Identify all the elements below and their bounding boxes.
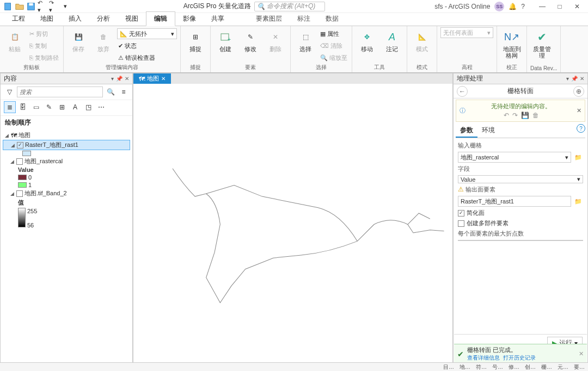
quality-button[interactable]: ✔质量管理	[530, 27, 553, 59]
back-button[interactable]: ←	[457, 86, 468, 97]
layer-checkbox[interactable]	[17, 142, 23, 149]
copypath-button[interactable]: ⎘复制路径	[28, 52, 60, 63]
username[interactable]: sfs - ArcGIS Online	[434, 3, 490, 10]
layer-checkbox[interactable]	[16, 190, 23, 197]
map-tab[interactable]: 🗺地图✕	[133, 73, 171, 84]
notifications-icon[interactable]: 🔔	[509, 3, 517, 10]
tab-map[interactable]: 地图	[33, 12, 61, 26]
add-button[interactable]: ⊕	[573, 86, 584, 97]
panel-menu-icon[interactable]: ▾	[111, 76, 114, 82]
close-icon[interactable]: ✕	[125, 76, 129, 82]
contents-menu-icon[interactable]: ≡	[118, 86, 129, 97]
expand-icon[interactable]: ◢	[9, 159, 15, 164]
status-item[interactable]: 要…	[574, 363, 585, 371]
multipart-checkbox-row[interactable]: 创建多部件要素	[458, 219, 583, 227]
minimize-button[interactable]: —	[535, 1, 550, 12]
pin-icon[interactable]: 📌	[116, 76, 122, 82]
copy-button[interactable]: ⎘复制	[28, 40, 60, 51]
close-tab-icon[interactable]: ✕	[161, 76, 166, 82]
list-drawing-order-icon[interactable]: ≣	[4, 101, 16, 113]
filter-icon[interactable]: ▽	[4, 86, 15, 97]
browse-icon[interactable]: 📁	[573, 152, 583, 162]
tab-insert[interactable]: 插入	[61, 12, 89, 26]
save-edits-button[interactable]: 💾保存	[67, 27, 90, 52]
status-item[interactable]: 目…	[443, 363, 454, 371]
attributes-button[interactable]: ▦属性	[319, 28, 348, 39]
simplify-checkbox-row[interactable]: 简化面	[458, 209, 583, 217]
multipart-checkbox[interactable]	[458, 220, 464, 227]
tab-labeling[interactable]: 标注	[290, 12, 318, 26]
tab-share[interactable]: 共享	[204, 12, 232, 26]
qat-dropdown-icon[interactable]: ▾	[60, 2, 70, 11]
redo-icon[interactable]: ↷	[512, 112, 518, 119]
list-more-icon[interactable]: ⋯	[95, 101, 107, 113]
status-item[interactable]: 号…	[492, 363, 503, 371]
help-icon[interactable]: ?	[577, 124, 585, 133]
expand-icon[interactable]: ◢	[9, 191, 15, 196]
tab-view[interactable]: 视图	[118, 12, 146, 26]
move-button[interactable]: ✥移动	[356, 27, 378, 52]
user-avatar[interactable]: SS	[494, 2, 504, 11]
browse-icon[interactable]: 📁	[573, 196, 583, 206]
select-button[interactable]: ⬚选择	[294, 27, 317, 52]
delete-button[interactable]: ✕删除	[264, 27, 287, 52]
discard-edits-button[interactable]: 🗑放弃	[92, 27, 115, 52]
tab-feature-layer[interactable]: 要素图层	[248, 12, 290, 26]
paste-button[interactable]: 📋粘贴	[3, 27, 26, 52]
map-canvas[interactable]	[133, 84, 452, 365]
contents-search[interactable]	[17, 86, 103, 97]
close-msg-icon[interactable]: ✕	[577, 107, 581, 114]
pin-icon[interactable]: 📌	[571, 76, 578, 82]
simplify-checkbox[interactable]	[458, 210, 464, 217]
discard-icon[interactable]: 🗑	[532, 112, 539, 119]
snapping-button[interactable]: ⊞捕捉	[184, 27, 207, 52]
topology-combo[interactable]: 📐 无拓扑▾	[117, 28, 177, 39]
detail-link[interactable]: 查看详细信息	[467, 355, 500, 361]
close-complete-icon[interactable]: ✕	[579, 350, 584, 357]
list-editing-icon[interactable]: ✎	[43, 101, 55, 113]
status-item[interactable]: 栅…	[541, 363, 552, 371]
cut-button[interactable]: ✂剪切	[28, 28, 60, 39]
undo-icon[interactable]: ↶ ▾	[38, 2, 47, 11]
modify-button[interactable]: ✎修改	[239, 27, 262, 52]
tab-analysis[interactable]: 分析	[89, 12, 118, 26]
open-project-icon[interactable]	[15, 2, 24, 11]
clear-button[interactable]: ⌫清除	[319, 40, 348, 51]
maximize-button[interactable]: □	[552, 1, 567, 12]
tab-parameters[interactable]: 参数	[456, 124, 477, 138]
tab-data[interactable]: 数据	[318, 12, 346, 26]
toc-layer-tif[interactable]: ◢地图.tif_Band_2	[3, 189, 130, 198]
list-perspective-icon[interactable]: ◳	[82, 101, 94, 113]
annotate-button[interactable]: A注记	[381, 27, 403, 52]
expand-icon[interactable]: ◢	[4, 133, 9, 138]
tab-environments[interactable]: 环境	[477, 124, 499, 138]
status-item[interactable]: 修…	[509, 363, 519, 371]
status-item[interactable]: 创…	[525, 363, 536, 371]
list-snapping-icon[interactable]: ⊞	[56, 101, 68, 113]
tab-edit[interactable]: 编辑	[146, 11, 175, 26]
mode-button[interactable]: 📐模式	[411, 27, 433, 52]
command-search[interactable]: 🔍 命令搜索 (Alt+Q)	[254, 2, 325, 11]
list-source-icon[interactable]: 🗄	[17, 101, 29, 113]
new-project-icon[interactable]	[3, 2, 13, 11]
create-button[interactable]: +创建	[214, 27, 237, 52]
undo-icon[interactable]: ↶	[504, 112, 509, 119]
layer-checkbox[interactable]	[16, 158, 23, 165]
output-path-input[interactable]: RasterT_地图_rast1	[458, 196, 571, 207]
expand-icon[interactable]: ◢	[10, 143, 15, 148]
zoomto-button[interactable]: 🔍缩放至	[319, 52, 348, 63]
help-icon[interactable]: ?	[521, 3, 525, 10]
input-raster-combo[interactable]: 地图_rastercal▾	[458, 152, 571, 163]
redo-icon[interactable]: ↷ ▾	[49, 2, 59, 11]
elevation-combo[interactable]: 无任何表面▾	[440, 27, 493, 38]
toc-layer-rast1[interactable]: ◢RasterT_地图_rast1	[3, 140, 130, 150]
list-labeling-icon[interactable]: A	[69, 101, 81, 113]
search-submit-icon[interactable]: 🔍	[105, 86, 116, 97]
error-inspector-button[interactable]: ⚠错误检查器	[117, 52, 177, 63]
toc-layer-rastercal[interactable]: ◢地图_rastercal	[3, 157, 130, 166]
status-item[interactable]: 元…	[558, 363, 568, 371]
ground-to-grid-button[interactable]: N↗地面到格网	[500, 27, 523, 59]
status-item[interactable]: 符…	[476, 363, 487, 371]
save-project-icon[interactable]	[26, 2, 36, 11]
save-icon[interactable]: 💾	[521, 112, 529, 119]
